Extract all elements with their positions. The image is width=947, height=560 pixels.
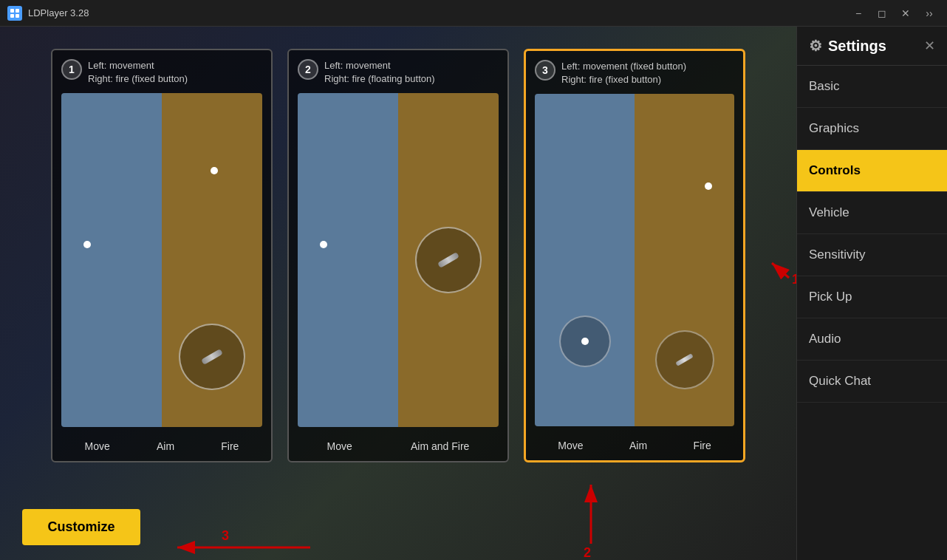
presets-container: 1 Left: movement Right: fire (fixed butt… [15,49,782,462]
label-move-2: Move [327,440,352,452]
bullet-icon-1 [201,349,223,365]
preset-number-1: 1 [61,59,82,80]
settings-sidebar: ⚙ Settings ✕ Basic Graphics Controls Veh… [796,27,947,560]
preset-number-2: 2 [298,59,318,80]
gear-icon: ⚙ [809,37,822,55]
sidebar-item-audio[interactable]: Audio [797,318,947,361]
preset-diagram-2 [298,93,499,427]
preset-labels-3: Move Aim Fire [535,440,734,451]
more-button[interactable]: ›› [919,4,940,22]
preset-card-3[interactable]: 3 Left: movement (fixed button) Right: f… [524,49,745,462]
preset-card-2[interactable]: 2 Left: movement Right: fire (floating b… [287,49,509,462]
sidebar-item-basic[interactable]: Basic [797,66,947,108]
preset-number-3: 3 [535,60,555,81]
sidebar-item-vehicle[interactable]: Vehicle [797,192,947,234]
left-zone-3 [535,94,635,426]
bottom-bar: Customize [22,509,782,545]
fire-circle-3 [655,330,714,389]
sidebar-menu: Basic Graphics Controls Vehicle Sensitiv… [797,66,947,560]
close-button[interactable]: ✕ [895,4,916,22]
right-zone-2 [398,93,499,427]
svg-rect-1 [16,9,19,13]
aim-indicator-1 [211,167,218,174]
app-title: LDPlayer 3.28 [28,7,89,18]
label-aimfire-2: Aim and Fire [411,440,469,452]
sidebar-item-controls[interactable]: Controls [797,150,947,192]
sidebar-title-group: ⚙ Settings [809,37,886,55]
content-area: 1 Left: movement Right: fire (fixed butt… [0,27,796,560]
svg-rect-0 [10,9,14,13]
title-bar: LDPlayer 3.28 − ◻ ✕ ›› [0,0,947,27]
sidebar-item-sensitivity[interactable]: Sensitivity [797,234,947,276]
preset-desc-3: Left: movement (fixed button) Right: fir… [561,60,686,86]
svg-rect-2 [10,14,14,18]
sidebar-item-pickup[interactable]: Pick Up [797,276,947,318]
preset-labels-2: Move Aim and Fire [298,440,499,452]
preset-desc-1: Left: movement Right: fire (fixed button… [88,59,188,86]
preset-diagram-3 [535,94,734,426]
sidebar-close-button[interactable]: ✕ [924,38,935,54]
label-fire-3: Fire [694,440,711,451]
left-zone-2 [298,93,398,427]
svg-rect-3 [16,14,19,18]
label-move-1: Move [85,440,110,452]
sidebar-title-text: Settings [828,38,886,55]
aim-indicator-3 [705,182,712,190]
move-indicator-1 [83,241,91,248]
fire-circle-1 [179,324,245,390]
restore-button[interactable]: ◻ [872,4,892,22]
main-layout: 1 Left: movement Right: fire (fixed butt… [0,27,947,560]
sidebar-item-quickchat[interactable]: Quick Chat [797,361,947,403]
label-move-3: Move [558,440,583,451]
aim-fire-circle-2 [415,227,482,293]
customize-button[interactable]: Customize [22,509,140,545]
preset-header-1: 1 Left: movement Right: fire (fixed butt… [61,59,262,86]
bullet-icon-2 [437,252,459,268]
sidebar-item-graphics[interactable]: Graphics [797,108,947,150]
move-dot-3 [581,338,589,345]
right-zone-1 [162,93,262,427]
app-logo [7,6,22,21]
preset-diagram-1 [61,93,262,427]
preset-card-1[interactable]: 1 Left: movement Right: fire (fixed butt… [51,49,273,462]
window-controls: − ◻ ✕ ›› [848,4,940,22]
minimize-button[interactable]: − [848,4,869,22]
preset-labels-1: Move Aim Fire [61,440,262,452]
label-aim-3: Aim [629,440,647,451]
right-zone-3 [635,94,734,426]
preset-header-2: 2 Left: movement Right: fire (floating b… [298,59,499,86]
label-fire-1: Fire [221,440,239,452]
move-joystick-3 [559,315,611,367]
bullet-icon-3 [675,353,694,366]
sidebar-header: ⚙ Settings ✕ [797,27,947,66]
preset-header-3: 3 Left: movement (fixed button) Right: f… [535,60,734,86]
move-indicator-2 [320,241,327,248]
label-aim-1: Aim [157,440,174,452]
preset-desc-2: Left: movement Right: fire (floating but… [324,59,435,86]
left-zone-1 [61,93,162,427]
